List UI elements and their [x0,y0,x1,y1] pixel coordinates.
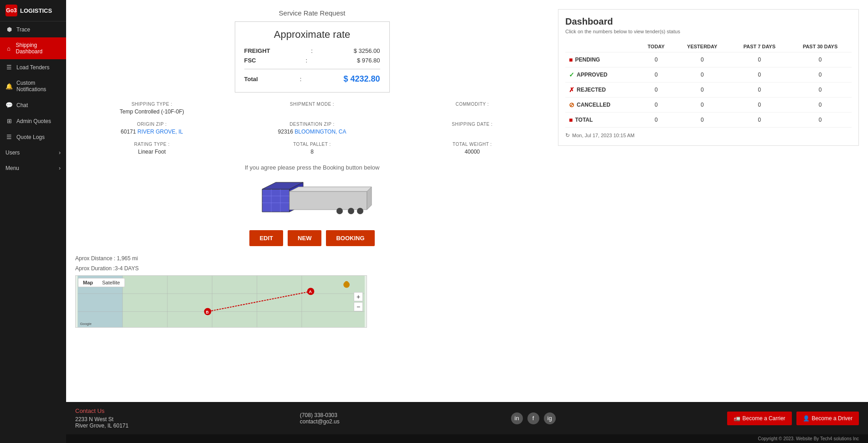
sidebar-item-quote-logs[interactable]: ☰ Quote Logs [0,129,66,145]
col-past-30-days: PAST 30 DAYS [789,41,852,52]
cell-yesterday[interactable]: 0 [674,67,730,82]
cell-yesterday[interactable]: 0 [674,52,730,67]
rating-type-label: RATING TYPE : [75,142,228,147]
cell-yesterday[interactable]: 0 [674,113,730,128]
svg-text:A: A [309,289,312,294]
booking-button[interactable]: BOOKING [326,230,374,246]
nav-label-trace: Trace [16,26,30,33]
sidebar-section-users[interactable]: Users › [0,145,66,160]
cell-past_30[interactable]: 0 [789,67,852,82]
table-row[interactable]: ■ TOTAL0000 [565,113,852,128]
facebook-icon[interactable]: f [527,412,539,424]
linkedin-icon[interactable]: in [511,412,523,424]
cell-past_30[interactable]: 0 [789,113,852,128]
status-cell: ■ PENDING [565,52,638,67]
zoom-in-button[interactable]: + [354,292,363,301]
table-header-row: TODAY YESTERDAY PAST 7 DAYS PAST 30 DAYS [565,41,852,52]
last-updated: Mon, Jul 17, 2023 10:15 AM [572,133,635,138]
map-tab[interactable]: Map [78,278,98,287]
sidebar-item-trace[interactable]: ⬢ Trace [0,21,66,37]
chevron-right-icon: › [59,149,61,156]
fsc-row: FSC : $ 976.80 [244,56,380,65]
chevron-right-icon: › [59,165,61,171]
shipping-date-label: SHIPPING DATE : [396,122,549,127]
rate-divider [244,69,380,69]
carrier-icon: 🚛 [734,415,740,422]
cell-past_30[interactable]: 0 [789,82,852,98]
col-today: TODAY [638,41,674,52]
logo-icon: Go3 [5,5,17,16]
footer-social: in f ig [511,412,556,424]
cell-today[interactable]: 0 [638,82,674,98]
table-row[interactable]: ✓ APPROVED0000 [565,67,852,82]
contact-title: Contact Us [75,407,129,414]
cell-yesterday[interactable]: 0 [674,98,730,113]
total-pallet-col: TOTAL PALLET : 8 [235,142,388,155]
sidebar-item-shipping-dashboard[interactable]: ⌂ Shipping Dashboard [0,37,66,59]
freight-colon: : [306,47,317,54]
menu-label: Menu [5,165,19,171]
shipping-date-col: SHIPPING DATE : [396,122,549,135]
cell-today[interactable]: 0 [638,98,674,113]
fsc-colon: : [301,57,312,64]
footer-address1: 2233 N West St [75,416,129,422]
cell-past_7[interactable]: 0 [730,98,789,113]
cell-past_7[interactable]: 0 [730,82,789,98]
svg-text:Google: Google [80,322,92,326]
fsc-value: $ 976.80 [357,57,380,64]
freight-value: $ 3256.00 [354,47,380,54]
freight-svg [248,180,376,221]
col-status [565,41,638,52]
shipping-details: SHIPPING TYPE : Temp Controlled (-10F-0F… [75,102,549,155]
commodity-label: COMMODITY : [396,102,549,107]
satellite-tab[interactable]: Satellite [98,278,124,287]
footer-address2: River Grove, IL 60171 [75,422,129,429]
total-colon: : [295,76,306,82]
table-row[interactable]: ⊘ CANCELLED0000 [565,98,852,113]
destination-city[interactable]: BLOOMINGTON, CA [294,129,346,135]
sidebar-item-load-tenders[interactable]: ☰ Load Tenders [0,59,66,75]
shipping-type-col: SHIPPING TYPE : Temp Controlled (-10F-0F… [75,102,228,115]
cell-past_7[interactable]: 0 [730,52,789,67]
svg-point-30 [345,281,348,285]
quote-logs-icon: ☰ [5,134,13,140]
origin-city[interactable]: RIVER GROVE, IL [138,129,183,135]
become-carrier-button[interactable]: 🚛 Become a Carrier [727,412,792,425]
table-row[interactable]: ✗ REJECTED0000 [565,82,852,98]
cell-past_7[interactable]: 0 [730,113,789,128]
dashboard-box: Dashboard Click on the numbers below to … [558,9,859,146]
instagram-icon[interactable]: ig [544,412,556,424]
cell-today[interactable]: 0 [638,52,674,67]
svg-marker-8 [289,187,372,191]
nav-label-chat: Chat [16,102,28,108]
become-driver-button[interactable]: 👤 Become a Driver [796,412,859,425]
cell-today[interactable]: 0 [638,113,674,128]
sidebar-item-admin-quotes[interactable]: ⊞ Admin Quotes [0,113,66,129]
logo[interactable]: Go3 LOGISTICS [0,0,66,21]
sidebar-item-chat[interactable]: 💬 Chat [0,97,66,113]
sidebar-section-menu[interactable]: Menu › [0,160,66,176]
origin-zip-col: ORIGIN ZIP : 60171 RIVER GROVE, IL [75,122,228,135]
zoom-out-button[interactable]: − [354,302,363,311]
commodity-col: COMMODITY : [396,102,549,115]
new-button[interactable]: NEW [288,230,321,246]
cell-past_30[interactable]: 0 [789,52,852,67]
total-pallet-value: 8 [235,149,388,155]
map-toggle: Map Satellite [78,278,125,287]
nav-label-shipping-dashboard: Shipping Dashboard [16,42,61,55]
cell-yesterday[interactable]: 0 [674,82,730,98]
cell-past_30[interactable]: 0 [789,98,852,113]
svg-marker-0 [262,189,289,212]
rate-box: Approximate rate FREIGHT : $ 3256.00 FSC… [235,21,390,93]
cell-today[interactable]: 0 [638,67,674,82]
nav-label-load-tenders: Load Tenders [16,64,50,71]
sidebar-item-custom-notifications[interactable]: 🔔 Custom Notifications [0,75,66,97]
dashboard-subtitle: Click on the numbers below to view tende… [565,29,852,34]
sidebar: Go3 LOGISTICS ⬢ Trace ⌂ Shipping Dashboa… [0,0,66,443]
footer-contact-info: (708) 338-0303 contact@go2.us [300,412,340,425]
table-row[interactable]: ■ PENDING0000 [565,52,852,67]
cell-past_7[interactable]: 0 [730,67,789,82]
nav-label-custom-notifications: Custom Notifications [16,80,61,93]
origin-zip-label: ORIGIN ZIP : [75,122,228,127]
edit-button[interactable]: EDIT [249,230,283,246]
